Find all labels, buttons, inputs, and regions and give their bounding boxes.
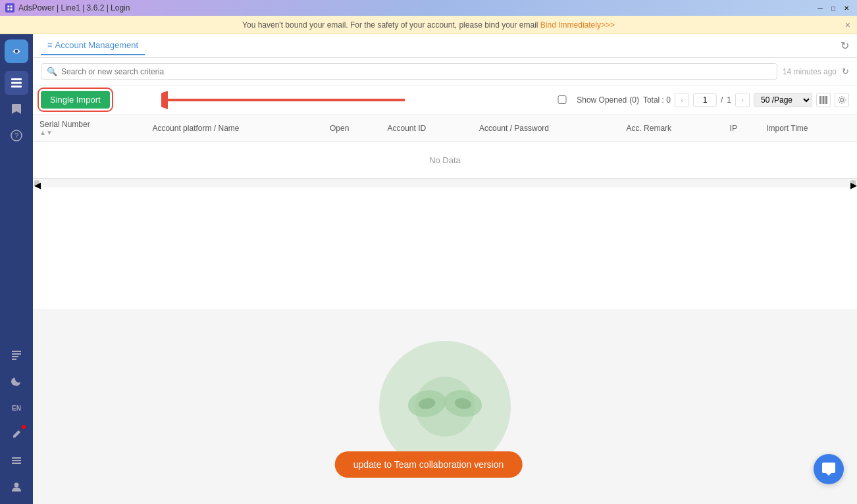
accounts-table: Serial Number ▲▼ Account platform / Name… (33, 114, 857, 178)
total-pages: 1 (727, 95, 731, 105)
no-data-cell: No Data (33, 142, 857, 179)
svg-rect-0 (7, 5, 9, 7)
svg-rect-13 (12, 356, 18, 357)
svg-rect-16 (12, 460, 21, 461)
maximize-button[interactable]: □ (828, 3, 839, 13)
svg-rect-11 (12, 351, 21, 352)
scroll-right-arrow[interactable]: ▶ (850, 180, 856, 187)
settings-button[interactable] (835, 93, 849, 107)
show-opened-container: Show Opened (0) (550, 95, 639, 105)
svg-point-5 (15, 50, 18, 53)
sidebar-item-user[interactable] (5, 475, 28, 499)
sidebar-logo (5, 39, 28, 63)
tab-label: Account Management (55, 40, 138, 50)
svg-rect-1 (11, 5, 13, 7)
svg-rect-15 (12, 457, 21, 459)
svg-rect-23 (825, 96, 827, 104)
page-separator: / (721, 95, 723, 105)
sidebar-item-menu[interactable] (5, 449, 28, 472)
toolbar: Single Import Show Opened (0) (33, 86, 857, 114)
minimize-button[interactable]: ─ (815, 3, 825, 13)
title-bar-text: AdsPower | Line1 | 3.6.2 | Login (18, 3, 130, 13)
svg-point-18 (14, 483, 19, 488)
page-size-select[interactable]: 50 /Page 10 /Page 20 /Page 100 /Page (754, 93, 812, 107)
col-remark: Acc. Remark (619, 114, 723, 142)
table-header-row: Serial Number ▲▼ Account platform / Name… (33, 114, 857, 142)
svg-rect-8 (11, 86, 22, 88)
sidebar-item-profiles[interactable] (5, 71, 28, 95)
sidebar-item-log[interactable] (5, 343, 28, 367)
sidebar-item-help[interactable]: ? (5, 124, 28, 147)
show-opened-count: (0) (629, 95, 639, 105)
banner-close-icon[interactable]: × (845, 20, 850, 30)
svg-rect-14 (12, 359, 16, 360)
svg-point-24 (841, 98, 844, 101)
title-bar-left: AdsPower | Line1 | 3.6.2 | Login (5, 3, 130, 13)
single-import-button[interactable]: Single Import (41, 91, 110, 109)
chat-button[interactable] (814, 454, 844, 484)
show-opened-checkbox[interactable] (550, 95, 574, 104)
svg-rect-2 (7, 9, 9, 11)
sidebar-item-language[interactable]: EN (5, 396, 28, 420)
col-ip: IP (723, 114, 760, 142)
prev-page-button[interactable]: ‹ (675, 93, 689, 107)
col-platform-name: Account platform / Name (145, 114, 323, 142)
col-account-id: Account ID (380, 114, 473, 142)
col-account-password: Account / Password (473, 114, 619, 142)
app-icon (5, 3, 14, 13)
edit-notification-dot (22, 425, 26, 429)
horizontal-scrollbar[interactable]: ◀ ▶ (33, 178, 857, 188)
sidebar-item-bookmarks[interactable] (5, 97, 28, 121)
sidebar-item-theme[interactable] (5, 370, 28, 393)
tab-icon: ≡ (47, 40, 53, 50)
pagination: Show Opened (0) Total : 0 ‹ / 1 › 50 /Pa… (550, 93, 849, 107)
search-input-wrap: 🔍 (41, 63, 777, 80)
svg-rect-21 (819, 96, 821, 104)
svg-text:?: ? (14, 132, 18, 139)
current-page-input[interactable] (693, 93, 717, 107)
search-bar: 🔍 14 minutes ago ↻ (33, 58, 857, 86)
show-opened-label: Show Opened (577, 95, 627, 105)
col-open: Open (323, 114, 380, 142)
bind-email-link[interactable]: Bind Immediately>>> (540, 20, 615, 30)
main-layout: ? EN (0, 34, 857, 504)
col-import-time: Import Time (760, 114, 857, 142)
svg-rect-3 (11, 9, 13, 11)
tab-account-management[interactable]: ≡ Account Management (41, 36, 145, 55)
total-label: Total : 0 (643, 95, 671, 105)
columns-visibility-button[interactable] (816, 93, 831, 107)
update-team-button[interactable]: update to Team collaboration version (335, 451, 523, 478)
svg-rect-22 (823, 96, 825, 104)
svg-rect-7 (11, 82, 22, 84)
search-icon: 🔍 (47, 66, 57, 76)
banner-message: You haven't bound your email. For the sa… (242, 20, 538, 30)
search-refresh-icon[interactable]: ↻ (842, 66, 849, 76)
svg-rect-17 (12, 463, 21, 464)
svg-rect-12 (12, 353, 21, 355)
search-input[interactable] (61, 67, 771, 76)
red-arrow (161, 90, 411, 110)
email-banner: You haven't bound your email. For the sa… (0, 16, 857, 34)
sidebar: ? EN (0, 34, 33, 504)
col-serial-number: Serial Number ▲▼ (33, 114, 145, 142)
sidebar-bottom: EN (5, 343, 28, 499)
refresh-icon[interactable]: ↻ (841, 39, 849, 52)
title-bar-controls[interactable]: ─ □ ✕ (815, 3, 852, 13)
no-data-row: No Data (33, 142, 857, 179)
table-container: Serial Number ▲▼ Account platform / Name… (33, 114, 857, 309)
svg-rect-6 (11, 78, 22, 80)
next-page-button[interactable]: › (735, 93, 750, 107)
close-button[interactable]: ✕ (841, 3, 852, 13)
title-bar: AdsPower | Line1 | 3.6.2 | Login ─ □ ✕ (0, 0, 857, 16)
sidebar-item-edit[interactable] (5, 422, 28, 446)
tab-bar: ≡ Account Management ↻ (33, 34, 857, 58)
search-time: 14 minutes ago (783, 67, 837, 76)
content-area: ≡ Account Management ↻ 🔍 14 minutes ago … (33, 34, 857, 504)
scroll-left-arrow[interactable]: ◀ (34, 180, 39, 187)
